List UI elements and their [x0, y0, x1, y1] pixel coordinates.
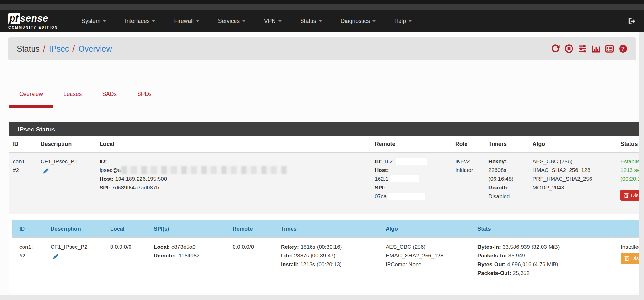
role-version: IKEv2	[455, 157, 481, 166]
local-spi-label: SPI:	[100, 185, 110, 191]
algo-line: IPComp: None	[386, 260, 470, 269]
col-description: Description	[47, 220, 106, 238]
p1-ike-num: #2	[13, 166, 33, 175]
breadcrumb-panel: Status / IPsec / Overview	[8, 37, 636, 60]
disconnect-child-button[interactable]: Disconnect	[621, 253, 639, 264]
pfsense-logo[interactable]: pfsense COMMUNITY EDITION	[8, 13, 58, 29]
nav-item-diagnostics[interactable]: Diagnostics	[332, 18, 385, 24]
nav-item-status[interactable]: Status	[291, 18, 332, 24]
nav-item-interfaces[interactable]: Interfaces	[116, 18, 165, 24]
trash-icon	[624, 193, 629, 198]
nav-item-system[interactable]: System	[72, 18, 115, 24]
edit-pencil-icon[interactable]	[43, 168, 49, 177]
col-remote: Remote	[371, 136, 451, 152]
bar-chart-icon[interactable]	[591, 44, 601, 53]
stat-value: 35,949	[508, 253, 525, 259]
algo-line: PRF_HMAC_SHA2_256	[533, 175, 613, 183]
subnav-tabs: Overview Leases SADs SPDs	[9, 91, 639, 108]
tab-overview[interactable]: Overview	[9, 91, 53, 108]
breadcrumb-link-overview[interactable]: Overview	[78, 44, 112, 53]
stat-label: Bytes-In:	[477, 244, 501, 250]
stat-label: Packets-Out:	[477, 270, 511, 276]
child-table-row: ID Description Local SPI(s) Remote Times…	[9, 214, 639, 293]
svg-text:?: ?	[621, 46, 625, 52]
list-icon[interactable]	[605, 44, 614, 53]
p2-description: CF1_IPsec_P2	[51, 243, 102, 251]
time-label: Rekey:	[281, 244, 299, 250]
chevron-down-icon	[409, 20, 412, 22]
nav-item-services[interactable]: Services	[209, 18, 255, 24]
sliders-icon[interactable]	[578, 44, 587, 53]
time-label: Install:	[281, 261, 299, 267]
brand-sense: sense	[20, 13, 48, 24]
child-header-row: ID Description Local SPI(s) Remote Times…	[12, 220, 639, 238]
chevron-down-icon	[278, 20, 282, 22]
spi-local-label: Local:	[154, 244, 170, 250]
stat-value: 33,586,939 (32.03 MiB)	[503, 244, 560, 250]
p2-status-cell: Installed D	[617, 238, 639, 293]
nav-item-label: Diagnostics	[341, 18, 370, 24]
local-spi-value: 7d689f64a7ad087b	[112, 185, 159, 191]
chevron-down-icon	[319, 20, 322, 22]
help-icon[interactable]: ?	[619, 44, 628, 53]
status-text: Installed	[621, 243, 639, 251]
p2-local-cell: 0.0.0.0/0	[106, 238, 150, 293]
remote-host-label: Host:	[375, 167, 389, 173]
p1-status-cell: Established 1213 seconds (00:20:13) Disc…	[617, 152, 639, 214]
chevron-down-icon	[196, 20, 199, 22]
tab-leases[interactable]: Leases	[53, 91, 92, 108]
panel-title: IPsec Status	[9, 122, 639, 136]
edit-pencil-icon[interactable]	[53, 253, 59, 262]
window-top-strip	[0, 0, 644, 4]
table-row: con1: #2 CF1_IPsec_P2	[12, 238, 639, 293]
breadcrumb-separator: /	[43, 44, 45, 53]
table-row: con1 #2 CF1_IPsec_P1 ID: ipsec@a	[9, 152, 639, 214]
stop-circle-icon[interactable]	[564, 44, 573, 53]
algo-line: AES_CBC (256)	[533, 157, 613, 166]
sign-out-icon[interactable]	[627, 17, 636, 25]
time-value: 1213s (00:20:13)	[300, 261, 342, 267]
col-blank	[617, 220, 639, 238]
time-value: 1816s (00:30:16)	[301, 244, 342, 250]
redacted-text	[121, 166, 287, 174]
reauth-label: Reauth:	[488, 185, 509, 191]
local-host-label: Host:	[100, 176, 113, 182]
p1-local-cell: ID: ipsec@a Host:104.189.226.195:500 SPI…	[96, 152, 371, 214]
col-remote: Remote	[229, 220, 277, 238]
chevron-down-icon	[242, 20, 245, 22]
p2-local: 0.0.0.0/0	[110, 243, 146, 251]
redacted-text	[388, 193, 425, 200]
remote-spi-value: 07ca	[375, 193, 387, 199]
nav-item-label: Firewall	[174, 18, 193, 24]
nav-menu: System Interfaces Firewall Services VPN …	[72, 18, 421, 24]
col-stats: Stats	[474, 220, 617, 238]
p1-id: con1	[13, 157, 33, 166]
p2-times-cell: Rekey:1816s (00:30:16) Life:2387s (00:39…	[277, 238, 382, 293]
col-id: ID	[12, 220, 47, 238]
stat-value: 4,996,016 (4.76 MiB)	[507, 261, 558, 267]
refresh-icon[interactable]	[551, 44, 560, 53]
nav-item-label: VPN	[264, 18, 276, 24]
stat-label: Packets-In:	[477, 253, 507, 259]
algo-line: MODP_2048	[533, 183, 613, 192]
col-local: Local	[96, 136, 371, 152]
nav-item-firewall[interactable]: Firewall	[165, 18, 208, 24]
disconnect-button[interactable]: Disconnect	[620, 190, 639, 201]
breadcrumb-separator: /	[72, 44, 75, 53]
tab-spds[interactable]: SPDs	[127, 91, 162, 108]
header-action-icons: ?	[551, 44, 628, 53]
p2-description-cell: CF1_IPsec_P2	[47, 238, 106, 293]
rekey-label: Rekey:	[488, 159, 506, 165]
p1-description-cell: CF1_IPsec_P1	[37, 152, 96, 214]
breadcrumb-link-ipsec[interactable]: IPsec	[49, 44, 69, 53]
col-status: Status	[617, 136, 639, 152]
nav-item-vpn[interactable]: VPN	[255, 18, 291, 24]
p1-timers-cell: Rekey: 22608s (06:16:48) Reauth: Disable…	[485, 152, 529, 214]
col-timers: Timers	[485, 136, 529, 152]
col-role: Role	[451, 136, 485, 152]
tab-sads[interactable]: SADs	[92, 91, 127, 108]
nav-item-help[interactable]: Help	[385, 18, 421, 24]
algo-line: AES_CBC (256)	[386, 243, 470, 251]
p2-nest-cell: ID Description Local SPI(s) Remote Times…	[9, 214, 639, 293]
ipsec-status-panel: IPsec Status ID Description Local Remote…	[9, 122, 639, 293]
